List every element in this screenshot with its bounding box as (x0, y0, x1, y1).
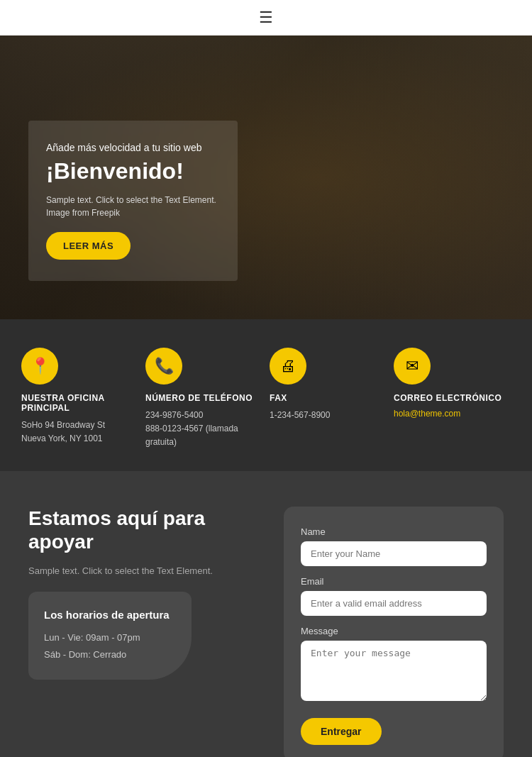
hours-box: Los horarios de apertura Lun - Vie: 09am… (28, 592, 192, 680)
hamburger-icon[interactable]: ☰ (259, 9, 273, 27)
support-section: Estamos aquí para apoyar Sample text. Cl… (0, 471, 532, 757)
form-group-name: Name (301, 526, 487, 566)
contact-item-phone: 📞 NÚMERO DE TELÉFONO 234-9876-5400888-01… (145, 348, 262, 450)
submit-button[interactable]: Entregar (301, 718, 382, 745)
support-description: Sample text. Click to select the Text El… (28, 564, 255, 578)
contact-item-office: 📍 NUESTRA OFICINA PRINCIPAL SoHo 94 Broa… (21, 348, 138, 450)
hero-description: Sample text. Click to select the Text El… (46, 194, 216, 219)
hours-weekend: Sáb - Dom: Cerrado (44, 646, 176, 663)
contact-item-email: ✉ CORREO ELECTRÓNICO hola@theme.com (394, 348, 511, 450)
phone-value: 234-9876-5400888-0123-4567 (llamada grat… (145, 409, 262, 450)
email-field-label: Email (301, 576, 487, 587)
hours-title: Los horarios de apertura (44, 609, 176, 621)
hero-subtitle: Añade más velocidad a tu sitio web (46, 142, 216, 153)
hero-title: ¡Bienvenido! (46, 159, 216, 184)
phone-label: NÚMERO DE TELÉFONO (145, 393, 253, 403)
email-input[interactable] (301, 591, 487, 616)
message-label: Message (301, 626, 487, 636)
fax-label: FAX (270, 393, 287, 403)
support-title: Estamos aquí para apoyar (28, 507, 255, 554)
form-group-email: Email (301, 576, 487, 616)
contact-section: 📍 NUESTRA OFICINA PRINCIPAL SoHo 94 Broa… (0, 319, 532, 471)
email-label: CORREO ELECTRÓNICO (394, 393, 501, 403)
contact-form: Name Email Message Entregar (284, 507, 504, 757)
support-left-column: Estamos aquí para apoyar Sample text. Cl… (28, 507, 262, 680)
navbar: ☰ (0, 0, 532, 35)
phone-icon: 📞 (145, 348, 182, 385)
message-textarea[interactable] (301, 641, 487, 701)
location-icon: 📍 (21, 348, 58, 385)
name-label: Name (301, 526, 487, 537)
hours-weekday: Lun - Vie: 09am - 07pm (44, 629, 176, 646)
hero-section: Añade más velocidad a tu sitio web ¡Bien… (0, 35, 532, 319)
fax-icon: 🖨 (270, 348, 306, 385)
contact-item-fax: 🖨 FAX 1-234-567-8900 (270, 348, 387, 450)
fax-value: 1-234-567-8900 (270, 409, 330, 422)
hero-read-more-button[interactable]: LEER MÁS (46, 232, 131, 260)
office-value: SoHo 94 Broadway StNueva York, NY 1001 (21, 419, 105, 446)
email-link[interactable]: hola@theme.com (394, 409, 460, 419)
email-icon: ✉ (394, 348, 431, 385)
form-group-message: Message (301, 626, 487, 704)
office-label: NUESTRA OFICINA PRINCIPAL (21, 393, 138, 413)
name-input[interactable] (301, 541, 487, 566)
hero-content-box: Añade más velocidad a tu sitio web ¡Bien… (28, 121, 238, 281)
